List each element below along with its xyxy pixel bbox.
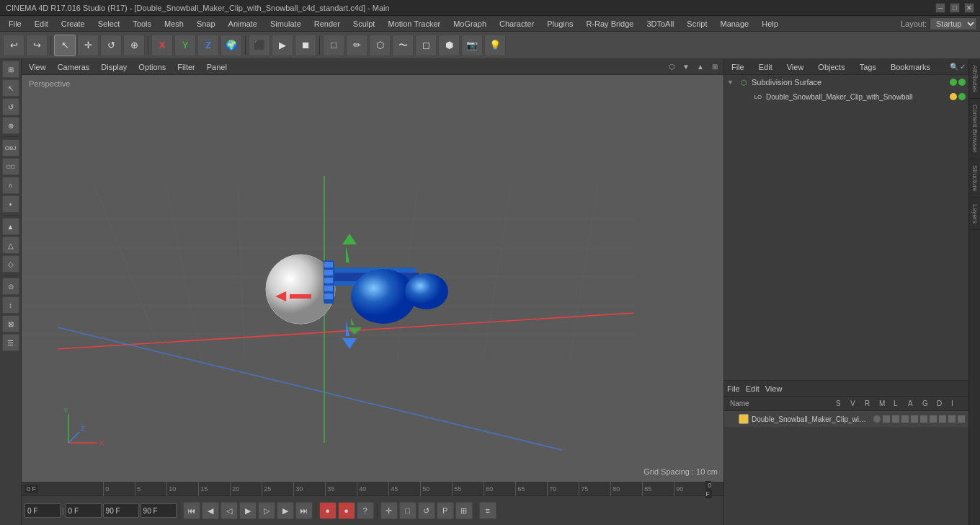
content-browser-tab[interactable]: Content Browser [969, 99, 980, 159]
lt-sculpt2[interactable]: △ [2, 237, 19, 254]
param-key-button[interactable]: P [437, 502, 454, 519]
scale2-tool-button[interactable]: ⊕ [123, 35, 145, 56]
vp-menu-options[interactable]: Options [134, 61, 170, 73]
menu-select[interactable]: Select [92, 18, 126, 30]
om-file[interactable]: File [727, 61, 749, 73]
layers-tab[interactable]: Layers [969, 198, 980, 230]
timeline-button[interactable]: ≡ [479, 502, 496, 519]
vp-icon-1[interactable]: ⬡ [666, 61, 677, 73]
menu-edit[interactable]: Edit [29, 18, 54, 30]
close-button[interactable]: ✕ [964, 3, 974, 13]
menu-tools[interactable]: Tools [127, 18, 157, 30]
next-frame-button[interactable]: ▶ [277, 502, 294, 519]
all-key-button[interactable]: ⊞ [455, 502, 473, 519]
menu-simulate[interactable]: Simulate [264, 18, 307, 30]
vp-menu-panel[interactable]: Panel [202, 61, 231, 73]
vp-maximize[interactable]: ⊞ [709, 61, 721, 73]
om-edit[interactable]: Edit [754, 61, 777, 73]
ol-view[interactable]: View [765, 384, 783, 393]
attributes-tab[interactable]: Attributes [969, 59, 980, 99]
lt-select[interactable]: ⊞ [2, 61, 19, 78]
vp-icon-2[interactable]: ▼ [680, 61, 692, 73]
spline-button[interactable]: 〜 [392, 35, 414, 56]
tree-item-subdivision[interactable]: ▼ ⬡ Subdivision Surface [724, 75, 968, 89]
auto-key-button[interactable]: ? [357, 502, 374, 519]
lt-obj-mode[interactable]: OBJ [2, 139, 19, 156]
camera-button[interactable]: 📷 [461, 35, 483, 56]
vp-menu-display[interactable]: Display [97, 61, 131, 73]
menu-sculpt[interactable]: Sculpt [347, 18, 381, 30]
keyframe-button[interactable]: ⬛ [249, 35, 270, 56]
menu-file[interactable]: File [3, 18, 27, 30]
goto-start-button[interactable]: ⏮ [183, 502, 200, 519]
om-tags[interactable]: Tags [855, 61, 881, 73]
menu-mograph[interactable]: MoGraph [447, 18, 492, 30]
lt-edge-mode[interactable]: /\ [2, 177, 19, 194]
world-space-button[interactable]: 🌍 [220, 35, 242, 56]
menu-plugins[interactable]: Plugins [541, 18, 579, 30]
record-button[interactable]: ● [319, 502, 337, 519]
light-button[interactable]: 💡 [484, 35, 506, 56]
om-check-icon[interactable]: ✓ [960, 63, 966, 71]
lt-rotate[interactable]: ↺ [2, 98, 19, 115]
nurbs-button[interactable]: ◻ [415, 35, 437, 56]
menu-rray[interactable]: R-Ray Bridge [580, 18, 639, 30]
minimize-button[interactable]: ─ [935, 3, 945, 13]
vp-menu-filter[interactable]: Filter [173, 61, 199, 73]
record-active-button[interactable]: ● [338, 502, 355, 519]
prev-frame-button[interactable]: ◀ [202, 502, 219, 519]
vp-menu-view[interactable]: View [24, 61, 50, 73]
lt-magnet[interactable]: ↕ [2, 296, 19, 314]
menu-render[interactable]: Render [308, 18, 346, 30]
poly-button[interactable]: ⬡ [369, 35, 391, 56]
x-axis-button[interactable]: X [151, 35, 173, 56]
menu-script[interactable]: Script [681, 18, 713, 30]
menu-motion-tracker[interactable]: Motion Tracker [382, 18, 446, 30]
lt-sculpt1[interactable]: ▲ [2, 218, 19, 235]
preview-end-input[interactable] [103, 503, 139, 518]
frame-rate-input[interactable] [141, 503, 177, 518]
lt-move[interactable]: ↖ [2, 79, 19, 97]
undo-button[interactable]: ↩ [3, 35, 24, 56]
play-button-tc[interactable]: ▶ [239, 502, 257, 519]
menu-3dtoall[interactable]: 3DToAll [641, 18, 680, 30]
cube-button[interactable]: □ [323, 35, 344, 56]
lt-point-mode[interactable]: • [2, 195, 19, 213]
om-view[interactable]: View [783, 61, 808, 73]
redo-button[interactable]: ↪ [26, 35, 48, 56]
structure-tab[interactable]: Structure [969, 159, 980, 198]
rotate-tool-button[interactable]: ↺ [100, 35, 122, 56]
move-key-button[interactable]: ✛ [380, 502, 398, 519]
menu-snap[interactable]: Snap [191, 18, 221, 30]
ol-edit[interactable]: Edit [746, 384, 760, 393]
menu-manage[interactable]: Manage [714, 18, 754, 30]
vp-menu-cameras[interactable]: Cameras [53, 61, 94, 73]
pen-button[interactable]: ✏ [346, 35, 368, 56]
layout-dropdown[interactable]: Startup [930, 17, 977, 30]
om-search-icon[interactable]: 🔍 [950, 63, 958, 71]
current-frame-input[interactable] [24, 503, 61, 518]
lt-grid[interactable]: ☰ [2, 334, 19, 351]
lt-sculpt3[interactable]: ◇ [2, 255, 19, 273]
om-bookmarks[interactable]: Bookmarks [886, 61, 935, 73]
menu-character[interactable]: Character [494, 18, 540, 30]
rotate-key-button[interactable]: ↺ [418, 502, 435, 519]
ol-file[interactable]: File [727, 384, 740, 393]
lt-poly-mode[interactable]: ◻◻ [2, 158, 19, 175]
tree-item-snowball[interactable]: LO Double_Snowball_Maker_Clip_with_Snowb… [724, 89, 968, 104]
vp-icon-3[interactable]: ▲ [695, 61, 706, 73]
stop-button[interactable]: ⏹ [295, 35, 316, 56]
next-key-button[interactable]: ▷ [258, 502, 275, 519]
restore-button[interactable]: □ [950, 3, 960, 13]
menu-animate[interactable]: Animate [223, 18, 263, 30]
om-objects[interactable]: Objects [814, 61, 849, 73]
deform-button[interactable]: ⬢ [438, 35, 460, 56]
scale-key-button[interactable]: □ [399, 502, 416, 519]
menu-create[interactable]: Create [55, 18, 91, 30]
prev-key-button[interactable]: ◁ [220, 502, 238, 519]
move-tool-button[interactable]: ↖ [54, 35, 76, 56]
y-axis-button[interactable]: Y [174, 35, 196, 56]
scale-tool-button[interactable]: ✛ [77, 35, 99, 56]
lt-scale[interactable]: ⊕ [2, 117, 19, 134]
z-axis-button[interactable]: Z [197, 35, 219, 56]
